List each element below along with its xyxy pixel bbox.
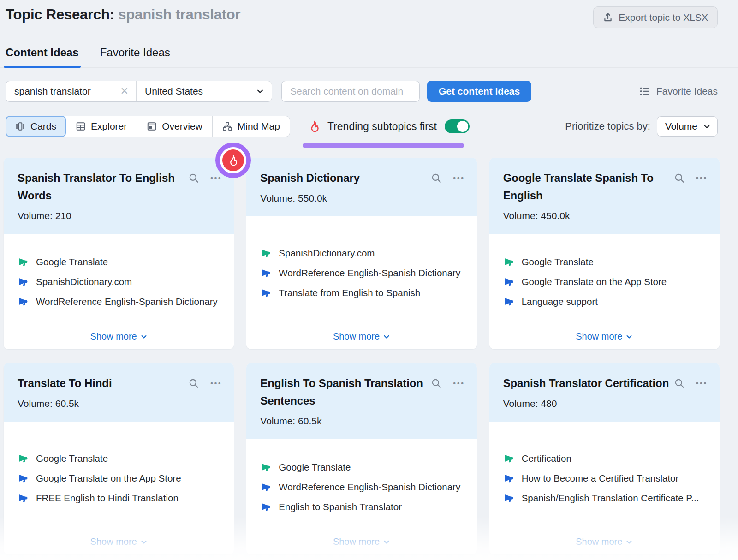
subtopic-label: FREE English to Hindi Translation	[36, 493, 179, 504]
subtopic-label: Google Translate	[36, 256, 108, 268]
show-more-link[interactable]: Show more	[260, 327, 463, 342]
subtopic-label: Spanish/English Translation Certificate …	[522, 493, 699, 504]
card-more-icon[interactable]: •••	[453, 173, 464, 184]
topic-card-body: Google Translate Google Translate on the…	[489, 234, 720, 349]
subtopic-item: WordReference English-Spanish Dictionary	[260, 268, 463, 279]
megaphone-icon	[18, 473, 28, 483]
card-search-icon[interactable]	[188, 173, 199, 185]
card-more-icon[interactable]: •••	[696, 378, 708, 389]
topic-card: Spanish Dictionary ••• Volume: 550.0k Sp…	[246, 158, 476, 349]
show-more-link[interactable]: Show more	[503, 327, 706, 342]
card-more-icon[interactable]: •••	[210, 378, 222, 389]
topic-card-header: Spanish Translator Certification ••• Vol…	[489, 363, 720, 422]
chevron-down-icon	[256, 87, 264, 95]
card-more-icon[interactable]: •••	[210, 173, 222, 184]
megaphone-icon	[260, 462, 271, 472]
overview-icon	[147, 121, 157, 131]
subtopic-label: Google Translate	[522, 256, 594, 268]
subtopic-label: WordReference English-Spanish Dictionary	[279, 482, 460, 493]
chevron-down-icon	[383, 538, 390, 546]
tabs: Content Ideas Favorite Ideas	[0, 46, 738, 68]
card-search-icon[interactable]	[431, 378, 442, 391]
trending-subtopics-toggle[interactable]	[445, 119, 470, 133]
card-actions: •••	[431, 378, 464, 410]
topic-card: Translate To Hindi ••• Volume: 60.5k Goo…	[4, 363, 234, 554]
topic-card-header: Google Translate Spanish To English ••• …	[489, 158, 720, 234]
subtopic-label: English to Spanish Translator	[279, 501, 402, 512]
subtopic-item: Language support	[503, 296, 706, 307]
keyword-input[interactable]: spanish translator ✕	[6, 81, 136, 101]
show-more-link[interactable]: Show more	[18, 327, 220, 342]
topic-card-body: SpanishDictionary.com WordReference Engl…	[246, 216, 476, 349]
megaphone-icon	[503, 296, 514, 307]
cards-icon	[15, 121, 25, 131]
card-search-icon[interactable]	[674, 378, 685, 391]
domain-search-input[interactable]: Search content on domain	[281, 81, 420, 102]
list-icon	[639, 86, 650, 97]
view-mindmap-button[interactable]: Mind Map	[213, 116, 290, 137]
clear-keyword-icon[interactable]: ✕	[120, 86, 129, 96]
view-cards-button[interactable]: Cards	[6, 116, 66, 137]
subtopic-label: Certification	[522, 453, 571, 464]
view-overview-button[interactable]: Overview	[137, 116, 213, 137]
card-actions: •••	[674, 173, 708, 204]
subtopic-item: Spanish/English Translation Certificate …	[503, 493, 706, 504]
card-list: Google Translate Google Translate on the…	[18, 424, 220, 532]
subtopic-item: How to Become a Certified Translator	[503, 473, 706, 484]
subtopic-item: English to Spanish Translator	[260, 501, 463, 512]
show-more-label: Show more	[333, 536, 380, 547]
keyword-value: spanish translator	[14, 86, 91, 97]
country-select[interactable]: United States	[137, 81, 272, 101]
card-search-icon[interactable]	[188, 378, 199, 391]
subtopic-item: WordReference English-Spanish Dictionary	[260, 482, 463, 493]
filter-row: spanish translator ✕ United States Searc…	[6, 81, 718, 102]
tab-content-ideas[interactable]: Content Ideas	[6, 46, 79, 67]
card-volume: Volume: 450.0k	[503, 210, 708, 221]
megaphone-icon	[18, 453, 28, 464]
view-overview-label: Overview	[162, 121, 202, 132]
card-volume: Volume: 480	[503, 398, 708, 409]
topic-research-page: Topic Research: spanish translator Expor…	[0, 0, 738, 560]
subtopic-item: Google Translate	[503, 256, 706, 268]
card-actions: •••	[188, 173, 222, 204]
subtopic-label: How to Become a Certified Translator	[522, 473, 679, 484]
subtopic-item: Certification	[503, 453, 706, 464]
view-cards-label: Cards	[30, 121, 56, 132]
export-button-label: Export topic to XLSX	[619, 12, 708, 23]
chevron-down-icon	[140, 538, 148, 546]
page-title: Topic Research: spanish translator	[6, 6, 240, 23]
domain-search-placeholder: Search content on domain	[290, 86, 403, 97]
show-more-link[interactable]: Show more	[260, 532, 463, 547]
card-volume: Volume: 60.5k	[18, 398, 222, 409]
page-title-prefix: Topic Research:	[6, 6, 114, 23]
prioritize-select[interactable]: Volume	[657, 116, 718, 137]
tab-favorite-ideas[interactable]: Favorite Ideas	[100, 46, 170, 67]
subtopic-label: WordReference English-Spanish Dictionary	[36, 296, 218, 307]
card-list: SpanishDictionary.com WordReference Engl…	[260, 219, 463, 327]
card-more-icon[interactable]: •••	[453, 378, 464, 389]
card-volume: Volume: 550.0k	[260, 193, 464, 204]
chevron-down-icon	[383, 333, 390, 340]
subtopic-label: SpanishDictionary.com	[36, 276, 132, 287]
card-more-icon[interactable]: •••	[696, 173, 708, 184]
subtopic-item: Google Translate on the App Store	[18, 473, 220, 484]
show-more-link[interactable]: Show more	[503, 532, 706, 547]
card-search-icon[interactable]	[431, 173, 442, 185]
card-search-icon[interactable]	[674, 173, 685, 185]
card-list: Google Translate SpanishDictionary.com W…	[18, 237, 220, 327]
megaphone-icon	[503, 256, 514, 267]
get-content-ideas-button[interactable]: Get content ideas	[427, 81, 531, 102]
show-more-label: Show more	[90, 536, 137, 547]
show-more-label: Show more	[333, 331, 380, 342]
card-list: Google Translate WordReference English-S…	[260, 442, 463, 532]
megaphone-icon	[260, 287, 271, 298]
annotation-circle	[215, 143, 251, 178]
chevron-down-icon	[140, 333, 148, 340]
prioritize-label: Prioritize topics by:	[565, 120, 650, 132]
topic-card-body: Google Translate SpanishDictionary.com W…	[4, 234, 234, 349]
export-topic-button[interactable]: Export topic to XLSX	[593, 6, 718, 28]
megaphone-icon	[503, 453, 514, 464]
view-explorer-button[interactable]: Explorer	[66, 116, 137, 137]
show-more-link[interactable]: Show more	[18, 532, 220, 547]
favorite-ideas-link[interactable]: Favorite Ideas	[639, 86, 718, 97]
